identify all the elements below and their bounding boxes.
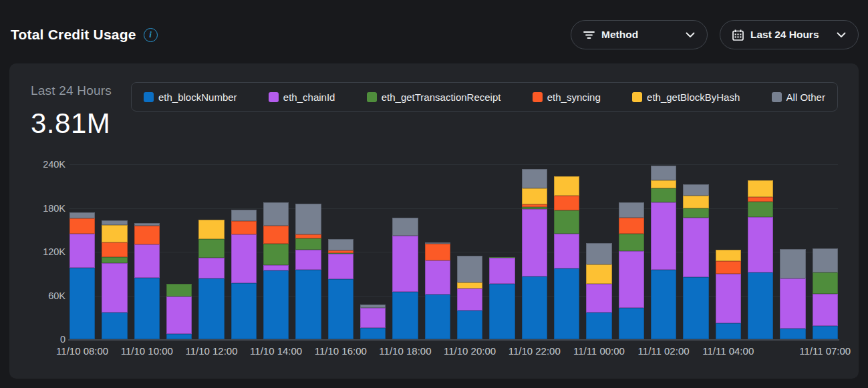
bar-segment[interactable] [780,249,805,279]
bar-segment[interactable] [586,313,611,339]
stacked-bar[interactable]: 11/11 02:00 [651,166,676,339]
bar-segment[interactable] [522,276,547,339]
bar-segment[interactable] [683,277,708,339]
bar-segment[interactable] [619,234,644,251]
bar-segment[interactable] [231,221,257,234]
bar-segment[interactable] [263,244,289,265]
bar-segment[interactable] [683,184,708,196]
stacked-bar[interactable]: 11/10 14:00 [263,202,289,339]
bar-segment[interactable] [392,292,418,339]
bar-segment[interactable] [683,208,708,218]
bar-segment[interactable] [102,263,127,312]
bar-segment[interactable] [425,260,450,295]
time-range-dropdown[interactable]: Last 24 Hours [720,20,859,49]
bar-segment[interactable] [166,284,192,297]
bar-segment[interactable] [554,234,579,268]
bar-segment[interactable] [748,272,773,339]
bar-segment[interactable] [619,251,644,308]
bar-segment[interactable] [102,242,127,257]
bar-segment[interactable] [134,278,160,339]
stacked-bar[interactable] [231,210,257,339]
bar-segment[interactable] [102,257,127,264]
bar-segment[interactable] [651,270,676,339]
stacked-bar[interactable] [683,184,708,339]
stacked-bar[interactable] [295,204,321,339]
bar-segment[interactable] [263,270,289,339]
stacked-bar[interactable]: 11/10 16:00 [328,239,353,339]
bar-segment[interactable] [231,210,257,221]
bar-segment[interactable] [780,329,805,339]
bar-segment[interactable] [716,261,741,274]
bar-segment[interactable] [457,311,482,339]
bar-segment[interactable] [716,274,741,323]
bar-segment[interactable] [69,268,95,339]
bar-segment[interactable] [748,202,773,217]
bar-segment[interactable] [716,250,741,261]
bar-segment[interactable] [457,256,482,282]
bar-segment[interactable] [489,284,515,339]
legend-item[interactable]: eth_chainId [269,91,335,103]
bar-segment[interactable] [554,196,579,210]
stacked-bar[interactable]: 11/10 08:00 [69,212,95,339]
bar-segment[interactable] [295,250,321,270]
stacked-bar[interactable] [360,305,386,339]
stacked-bar[interactable] [748,180,773,339]
bar-segment[interactable] [392,218,418,236]
bar-segment[interactable] [522,169,547,188]
bar-segment[interactable] [554,176,579,196]
bar-segment[interactable] [328,254,353,279]
bar-segment[interactable] [813,272,838,295]
bar-segment[interactable] [748,217,773,272]
bar-segment[interactable] [813,326,838,339]
bar-segment[interactable] [328,279,353,339]
stacked-bar[interactable]: 11/10 12:00 [198,220,224,339]
bar-segment[interactable] [457,288,482,311]
stacked-bar[interactable] [166,284,192,339]
legend-item[interactable]: eth_syncing [533,91,601,103]
bar-segment[interactable] [683,196,708,208]
bar-segment[interactable] [134,244,160,278]
bar-segment[interactable] [392,236,418,292]
bar-segment[interactable] [683,218,708,278]
bar-segment[interactable] [166,334,192,339]
stacked-bar[interactable] [780,249,805,339]
bar-segment[interactable] [198,278,224,339]
bar-segment[interactable] [651,166,676,180]
bar-segment[interactable] [554,268,579,339]
bar-segment[interactable] [360,308,386,327]
info-icon[interactable]: i [144,28,158,42]
method-filter-dropdown[interactable]: Method [571,20,708,49]
stacked-bar[interactable] [619,202,644,339]
bar-segment[interactable] [586,284,611,313]
bar-segment[interactable] [651,202,676,270]
bar-segment[interactable] [198,258,224,279]
legend-item[interactable]: eth_blockNumber [144,91,237,103]
bar-segment[interactable] [198,220,224,239]
stacked-bar[interactable]: 11/11 04:00 [716,250,741,339]
bar-segment[interactable] [166,297,192,335]
stacked-bar[interactable]: 11/11 07:00 [813,248,838,339]
bar-segment[interactable] [780,278,805,328]
stacked-bar[interactable]: 11/11 00:00 [586,243,611,339]
stacked-bar[interactable]: 11/10 20:00 [457,256,482,340]
legend-item[interactable]: All Other [772,91,825,103]
bar-segment[interactable] [619,202,644,218]
bar-segment[interactable] [69,234,95,268]
bar-segment[interactable] [231,283,257,339]
bar-segment[interactable] [748,180,773,197]
bar-segment[interactable] [813,294,838,326]
bar-segment[interactable] [295,270,321,339]
bar-segment[interactable] [425,295,450,339]
stacked-bar[interactable] [425,242,450,339]
bar-segment[interactable] [102,225,127,242]
stacked-bar[interactable]: 11/10 18:00 [392,218,418,339]
bar-segment[interactable] [102,313,127,339]
bar-segment[interactable] [263,226,289,244]
bar-segment[interactable] [586,264,611,284]
bar-segment[interactable] [425,244,450,260]
bar-segment[interactable] [134,226,160,244]
bar-segment[interactable] [554,210,579,234]
bar-segment[interactable] [813,248,838,272]
legend-item[interactable]: eth_getBlockByHash [632,91,740,103]
bar-segment[interactable] [619,218,644,234]
